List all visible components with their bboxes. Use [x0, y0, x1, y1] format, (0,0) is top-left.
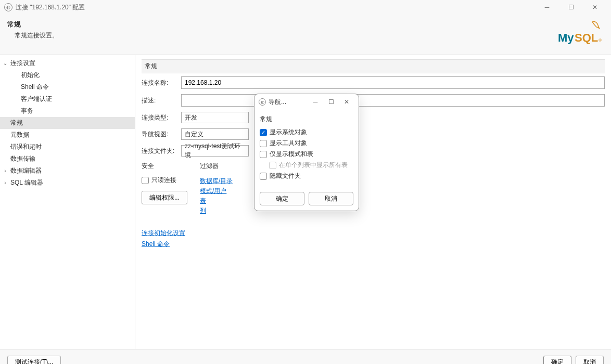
conn-type-label: 连接类型: [142, 113, 181, 122]
dialog-footer: 测试连接(T)... 确定 取消 [0, 349, 611, 364]
desc-label: 描述: [142, 96, 181, 105]
sidebar-item-label: 数据编辑器 [10, 166, 42, 175]
nav-option-1[interactable]: 显示工具对象 [260, 138, 353, 149]
nav-option-2[interactable]: 仅显示模式和表 [260, 149, 353, 160]
shell-cmd-link[interactable]: Shell 命令 [142, 240, 605, 249]
sidebar-tree: ⌄连接设置初始化Shell 命令客户端认证事务常规元数据错误和超时数据传输›数据… [0, 55, 135, 349]
checkbox-icon [260, 173, 267, 180]
option-label: 隐藏文件夹 [270, 172, 301, 180]
sidebar-item-7[interactable]: 错误和超时 [0, 141, 135, 153]
checkbox-icon [142, 177, 149, 184]
dialog-close-button[interactable]: ✕ [339, 95, 354, 109]
sidebar-item-3[interactable]: 客户端认证 [0, 93, 135, 105]
sidebar-item-label: 错误和超时 [10, 142, 42, 151]
checkbox-icon [269, 162, 276, 169]
chevron-right-icon[interactable]: › [2, 180, 8, 186]
dialog-cancel-button[interactable]: 取消 [309, 192, 353, 205]
filter-link-3[interactable]: 列 [200, 206, 233, 215]
app-icon: ◐ [4, 3, 12, 11]
folder-select[interactable]: zz-mysql-test测试环境 [181, 145, 249, 157]
conn-type-select[interactable]: 开发 [181, 112, 249, 123]
sidebar-item-label: 连接设置 [10, 59, 35, 68]
dialog-ok-button[interactable]: 确定 [260, 192, 304, 205]
svg-text:SQL: SQL [575, 31, 598, 44]
nav-option-3: 在单个列表中显示所有表 [269, 160, 353, 171]
option-label: 显示系统对象 [270, 128, 307, 137]
desc-input[interactable] [181, 94, 605, 107]
navview-label: 导航视图: [142, 130, 181, 139]
sidebar-item-label: 客户端认证 [21, 95, 52, 103]
conn-name-input[interactable] [181, 76, 605, 89]
conn-name-label: 连接名称: [142, 79, 181, 87]
filter-title: 过滤器 [200, 162, 233, 171]
page-title: 常规 [7, 20, 557, 29]
sidebar-item-label: 初始化 [21, 71, 40, 80]
page-subtitle: 常规连接设置。 [15, 31, 557, 40]
dialog-minimize-button[interactable]: ─ [308, 95, 323, 109]
sidebar-item-label: 常规 [10, 119, 23, 127]
sidebar-item-label: 事务 [21, 107, 33, 115]
close-button[interactable]: ✕ [583, 0, 607, 15]
minimize-button[interactable]: ─ [535, 0, 559, 15]
svg-text:®: ® [599, 38, 602, 43]
sidebar-item-10[interactable]: ›SQL 编辑器 [0, 177, 135, 189]
sidebar-item-label: 元数据 [10, 131, 29, 139]
init-settings-link[interactable]: 连接初始化设置 [142, 229, 605, 238]
sidebar-item-0[interactable]: ⌄连接设置 [0, 57, 135, 69]
window-titlebar: ◐ 连接 "192.168.1.20" 配置 ─ ☐ ✕ [0, 0, 611, 15]
readonly-label: 只读连接 [151, 176, 176, 185]
sidebar-item-8[interactable]: 数据传输 [0, 153, 135, 165]
group-title-general: 常规 [142, 59, 605, 73]
sidebar-item-5[interactable]: 常规 [0, 117, 135, 129]
ok-button[interactable]: 确定 [543, 356, 571, 365]
window-title: 连接 "192.168.1.20" 配置 [16, 3, 535, 12]
test-connection-button[interactable]: 测试连接(T)... [7, 356, 61, 365]
page-header: 常规 常规连接设置。 My SQL ® [0, 15, 611, 55]
filter-link-1[interactable]: 模式/用户 [200, 187, 233, 196]
sidebar-item-label: SQL 编辑器 [10, 178, 43, 187]
sidebar-item-label: Shell 命令 [21, 83, 49, 92]
nav-option-0[interactable]: 显示系统对象 [260, 127, 353, 138]
svg-text:My: My [558, 31, 574, 44]
sidebar-item-1[interactable]: 初始化 [0, 69, 135, 81]
checkbox-icon [260, 129, 267, 136]
filter-link-2[interactable]: 表 [200, 197, 233, 205]
dialog-icon: ◐ [259, 98, 266, 106]
maximize-button[interactable]: ☐ [559, 0, 583, 15]
cancel-button[interactable]: 取消 [576, 356, 604, 365]
chevron-right-icon[interactable]: › [2, 168, 8, 174]
dialog-maximize-button[interactable]: ☐ [323, 95, 339, 109]
sidebar-item-2[interactable]: Shell 命令 [0, 81, 135, 93]
readonly-checkbox[interactable]: 只读连接 [142, 176, 187, 185]
security-title: 安全 [142, 162, 187, 171]
chevron-down-icon[interactable]: ⌄ [2, 60, 8, 66]
navigation-dialog: ◐ 导航... ─ ☐ ✕ 常规 显示系统对象显示工具对象仅显示模式和表在单个列… [254, 94, 359, 211]
checkbox-icon [260, 140, 267, 147]
sidebar-item-label: 数据传输 [10, 154, 35, 163]
window-controls: ─ ☐ ✕ [535, 0, 607, 15]
sidebar-item-9[interactable]: ›数据编辑器 [0, 165, 135, 177]
option-label: 在单个列表中显示所有表 [279, 161, 348, 170]
dialog-title: 导航... [269, 98, 308, 107]
navview-select[interactable]: 自定义 [181, 128, 249, 140]
filter-link-0[interactable]: 数据库/目录 [200, 177, 233, 186]
nav-option-4[interactable]: 隐藏文件夹 [260, 171, 353, 181]
sidebar-item-4[interactable]: 事务 [0, 105, 135, 117]
sidebar-item-6[interactable]: 元数据 [0, 129, 135, 141]
checkbox-icon [260, 151, 267, 158]
option-label: 显示工具对象 [270, 139, 307, 148]
option-label: 仅显示模式和表 [270, 150, 313, 159]
mysql-logo: My SQL ® [557, 20, 604, 47]
content-panel: 常规 连接名称: 描述: 连接类型: 开发 导航视图: 自定义 连接文件夹: z… [135, 55, 611, 349]
folder-label: 连接文件夹: [142, 147, 181, 155]
dialog-group-label: 常规 [260, 115, 353, 124]
edit-permissions-button[interactable]: 编辑权限... [142, 191, 187, 204]
